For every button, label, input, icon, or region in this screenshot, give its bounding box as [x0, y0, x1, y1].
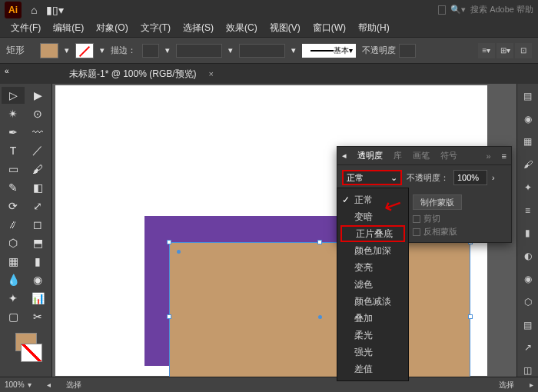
blend-overlay[interactable]: 叠加 [337, 310, 408, 327]
menu-help[interactable]: 帮助(H) [354, 20, 394, 36]
symbol-sprayer-tool[interactable]: ✦ [2, 290, 25, 307]
menu-object[interactable]: 对象(O) [91, 20, 132, 36]
stroke-profile-dropdown[interactable] [176, 44, 222, 58]
asset-export-icon[interactable]: ↗ [521, 341, 535, 354]
chevron-down-icon[interactable]: ▾ [28, 380, 32, 389]
tab-library[interactable]: 库 [394, 150, 402, 161]
stroke-swatch[interactable] [75, 43, 94, 58]
selection-handle[interactable] [167, 240, 171, 244]
invert-checkbox[interactable] [413, 228, 420, 236]
blend-normal[interactable]: 正常 [337, 191, 408, 208]
clip-checkbox[interactable] [413, 215, 420, 223]
menu-type[interactable]: 文字(T) [136, 20, 175, 36]
type-tool[interactable]: T [2, 142, 25, 159]
eyedropper-tool[interactable]: 💧 [2, 271, 25, 288]
curvature-tool[interactable]: 〰 [26, 124, 49, 141]
menu-effect[interactable]: 效果(C) [221, 20, 262, 36]
symbols-icon[interactable]: ✦ [521, 181, 535, 194]
pen-tool[interactable]: ✒ [2, 124, 25, 141]
tab-transparency[interactable]: 透明度 [357, 150, 383, 161]
rotate-tool[interactable]: ⟳ [2, 198, 25, 214]
selection-handle[interactable] [317, 240, 322, 244]
panel-more-icon[interactable]: » [486, 151, 490, 161]
fill-dropdown-icon[interactable]: ▾ [65, 45, 69, 55]
blend-darken[interactable]: 变暗 [337, 208, 408, 225]
corner-widget[interactable] [177, 250, 181, 254]
graph-tool[interactable]: 📊 [26, 290, 49, 307]
chevron-down-icon[interactable]: ▾ [165, 45, 170, 55]
selection-handle[interactable] [468, 314, 473, 319]
transparency-icon[interactable]: ◐ [521, 250, 535, 262]
stroke-icon[interactable]: ≡ [521, 204, 535, 217]
lasso-tool[interactable]: ⊙ [26, 105, 49, 122]
share-icon[interactable] [438, 5, 446, 15]
scale-tool[interactable]: ⤢ [26, 198, 49, 214]
blend-soft-light[interactable]: 柔光 [337, 327, 408, 344]
graphic-styles-icon[interactable]: ⬡ [521, 296, 535, 308]
panel-menu-icon[interactable]: ≡ [502, 151, 506, 161]
tan-rectangle-selected[interactable] [169, 242, 470, 377]
brushes-icon[interactable]: 🖌 [521, 158, 535, 171]
chevron-down-icon[interactable]: ▾ [228, 45, 233, 55]
tab-symbols[interactable]: 符号 [440, 150, 457, 161]
tab-brushes[interactable]: 画笔 [413, 150, 430, 161]
opacity-slider-icon[interactable]: › [492, 173, 495, 182]
zoom-value[interactable]: 100% [5, 380, 25, 389]
brush-dropdown[interactable] [239, 44, 285, 58]
blend-tool[interactable]: ◉ [26, 271, 49, 288]
opacity-field[interactable]: 100% [453, 170, 487, 185]
free-transform-tool[interactable]: ◻ [26, 216, 49, 233]
width-tool[interactable]: ⫽ [2, 216, 25, 233]
align-icon[interactable]: ⊞▾ [496, 43, 513, 58]
transform-icon[interactable]: ⊡ [515, 43, 532, 58]
blend-difference[interactable]: 差值 [337, 360, 408, 377]
appearance-icon[interactable]: ◉ [521, 273, 535, 285]
swatches-icon[interactable]: ▦ [521, 136, 535, 148]
artboard-tool[interactable]: ▢ [2, 308, 25, 325]
blend-multiply[interactable]: 正片叠底 [340, 225, 405, 242]
perspective-tool[interactable]: ⬒ [26, 234, 49, 251]
document-tab[interactable]: 未标题-1* @ 100% (RGB/预览) [61, 68, 204, 81]
paintbrush-tool[interactable]: 🖌 [26, 161, 49, 178]
workspace-icon[interactable]: ▮▯▾ [46, 4, 64, 16]
selection-handle[interactable] [167, 314, 171, 319]
menu-edit[interactable]: 编辑(E) [48, 20, 88, 36]
blend-color-burn[interactable]: 颜色加深 [337, 242, 408, 259]
color-icon[interactable]: ◉ [521, 113, 535, 125]
stroke-color-box[interactable] [21, 344, 42, 362]
gradient-tool[interactable]: ▮ [26, 253, 49, 270]
grip-icon[interactable]: ◂ [342, 151, 347, 161]
menu-view[interactable]: 视图(V) [265, 20, 305, 36]
blend-mode-dropdown[interactable]: 正常⌄ [342, 170, 402, 185]
style-icon[interactable]: ≡▾ [478, 43, 495, 58]
center-point[interactable] [318, 315, 322, 319]
layers-icon[interactable]: ▤ [521, 319, 535, 331]
close-tab-icon[interactable]: × [209, 69, 214, 78]
magic-wand-tool[interactable]: ✴ [2, 105, 25, 122]
menu-select[interactable]: 选择(S) [178, 20, 218, 36]
selection-tool[interactable]: ▷ [2, 87, 25, 104]
blend-hard-light[interactable]: 强光 [337, 344, 408, 360]
menu-window[interactable]: 窗口(W) [308, 20, 350, 36]
shape-builder-tool[interactable]: ⬡ [2, 234, 25, 251]
stroke-style-dropdown[interactable]: 基本 ▾ [302, 44, 356, 58]
search-icon[interactable]: 🔍▾ [450, 5, 466, 15]
direct-selection-tool[interactable]: ▶ [26, 87, 49, 104]
stroke-dropdown-icon[interactable]: ▾ [100, 45, 105, 55]
blend-screen[interactable]: 滤色 [337, 276, 408, 293]
libraries-icon[interactable]: ◫ [521, 364, 535, 377]
opacity-input[interactable] [399, 44, 416, 58]
blend-lighten[interactable]: 变亮 [337, 259, 408, 276]
rectangle-tool[interactable]: ▭ [2, 161, 25, 178]
make-mask-button[interactable]: 制作蒙版 [413, 194, 462, 210]
blend-color-dodge[interactable]: 颜色减淡 [337, 293, 408, 310]
nav-next-icon[interactable]: ▸ [530, 380, 533, 389]
mesh-tool[interactable]: ▦ [2, 253, 25, 270]
menu-file[interactable]: 文件(F) [6, 20, 45, 36]
line-tool[interactable]: ／ [26, 142, 49, 159]
search-placeholder[interactable]: 搜索 Adobe 帮助 [470, 4, 533, 15]
properties-icon[interactable]: ▤ [521, 90, 535, 102]
slice-tool[interactable]: ✂ [26, 308, 49, 325]
eraser-tool[interactable]: ◧ [26, 179, 49, 196]
collapse-icon[interactable]: « [5, 67, 9, 75]
